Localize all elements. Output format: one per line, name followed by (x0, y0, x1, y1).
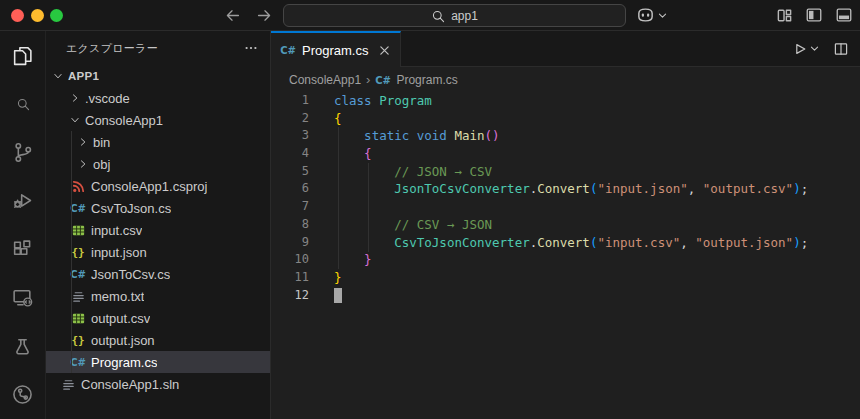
csharp-file-icon: C# (70, 266, 86, 282)
tree-item-jsontocsv-cs[interactable]: C#JsonToCsv.cs (46, 263, 270, 285)
go-back-button[interactable] (221, 4, 243, 26)
close-button[interactable] (11, 9, 24, 22)
title-bar: app1 (0, 0, 860, 31)
copilot-icon (636, 7, 655, 23)
tree-item-label: ConsoleApp1.sln (81, 377, 179, 392)
line-number: 4 (271, 145, 309, 163)
tree-item-label: CsvToJson.cs (91, 201, 171, 216)
indent-guide (368, 163, 369, 252)
token (334, 164, 394, 179)
text-cursor (334, 288, 342, 303)
line-content: JsonToCsvConverter.Convert("input.json",… (334, 180, 808, 198)
toggle-panel-button[interactable] (833, 4, 855, 26)
line-content: // JSON → CSV (334, 163, 492, 181)
tree-item-label: input.json (91, 245, 147, 260)
tree-item-output-json[interactable]: {}output.json (46, 329, 270, 351)
toggle-primary-sidebar-button[interactable] (803, 4, 825, 26)
tree-indent-guide (71, 131, 72, 373)
tree-item-label: APP1 (68, 70, 99, 82)
close-tab-icon[interactable] (378, 44, 391, 57)
svg-text:{}: {} (71, 334, 84, 347)
line-content: class Program (334, 92, 432, 110)
activity-item-source-control[interactable] (0, 128, 45, 177)
code-line-12: 12 (271, 287, 860, 305)
token: , (680, 235, 695, 250)
code-line-5: 5 // JSON → CSV (271, 163, 860, 181)
csharp-file-icon: C# (70, 354, 86, 370)
tree-item-memo-txt[interactable]: memo.txt (46, 285, 270, 307)
tab-program-cs[interactable]: C# Program.cs (271, 31, 401, 67)
token: "input.json" (597, 181, 687, 196)
tree-item-program-cs[interactable]: C#Program.cs (46, 351, 270, 373)
code-editor[interactable]: 1class Program2{3 static void Main()4 {5… (271, 92, 860, 419)
play-icon (792, 41, 808, 57)
code-line-6: 6 JsonToCsvConverter.Convert("input.json… (271, 180, 860, 198)
activity-item-explorer[interactable] (0, 31, 45, 80)
chevron-down-icon (67, 112, 83, 128)
tree-item-consoleapp1[interactable]: ConsoleApp1 (46, 109, 270, 131)
line-content: } (334, 269, 342, 287)
tree-item-app1[interactable]: APP1 (46, 65, 270, 87)
minimize-button[interactable] (31, 9, 44, 22)
activity-item-run-debug[interactable] (0, 177, 45, 226)
activity-bar (0, 31, 46, 419)
token (334, 217, 394, 232)
sidebar-header: エクスプローラー (46, 31, 270, 65)
token: "input.csv" (597, 235, 680, 250)
tree-item-input-json[interactable]: {}input.json (46, 241, 270, 263)
chevron-right-icon (75, 134, 91, 150)
go-forward-button[interactable] (253, 4, 275, 26)
token: Program (379, 93, 432, 108)
activity-item-search[interactable] (0, 80, 45, 129)
breadcrumb-item-program-cs[interactable]: C#Program.cs (375, 72, 457, 88)
split-editor-button[interactable] (830, 38, 852, 60)
search-icon (16, 97, 30, 111)
token: } (364, 252, 372, 267)
line-number: 11 (271, 269, 309, 287)
line-number: 1 (271, 92, 309, 110)
tree-item-output-csv[interactable]: output.csv (46, 307, 270, 329)
customize-layout-icon (776, 7, 793, 24)
code-line-1: 1class Program (271, 92, 860, 110)
activity-item-git-graph[interactable] (0, 371, 45, 419)
git-graph-icon (11, 383, 34, 406)
tree-item-input-csv[interactable]: input.csv (46, 219, 270, 241)
tree-item-label: .vscode (85, 91, 130, 106)
breadcrumb-item-consoleapp1[interactable]: ConsoleApp1 (289, 73, 361, 87)
more-actions-icon[interactable] (240, 37, 262, 59)
customize-layout-button[interactable] (773, 4, 795, 26)
arrow-left-icon (224, 7, 241, 24)
tree-item-label: input.csv (91, 223, 142, 238)
copilot-menu[interactable] (636, 0, 668, 30)
tree-item-label: JsonToCsv.cs (91, 267, 170, 282)
tree-item-csvtojson-cs[interactable]: C#CsvToJson.cs (46, 197, 270, 219)
activity-item-remote-explorer[interactable] (0, 274, 45, 323)
token: "output.csv" (703, 181, 793, 196)
line-number: 8 (271, 216, 309, 234)
chevron-right-icon (75, 156, 91, 172)
line-content: CsvToJsonConverter.Convert("input.csv", … (334, 234, 808, 252)
code-line-9: 9 CsvToJsonConverter.Convert("input.csv"… (271, 234, 860, 252)
tree-item-label: Program.cs (91, 355, 157, 370)
tree-item-label: obj (93, 157, 110, 172)
command-center-search[interactable]: app1 (283, 4, 626, 27)
activity-item-extensions[interactable] (0, 225, 45, 274)
csproj-file-icon (70, 178, 86, 194)
editor-group: C# Program.cs ConsoleApp1›C#Program.cs 1… (271, 31, 860, 419)
zoom-button[interactable] (50, 9, 63, 22)
line-number: 5 (271, 163, 309, 181)
token: , (688, 181, 703, 196)
svg-text:C#: C# (70, 203, 86, 214)
svg-text:C#: C# (376, 75, 392, 86)
tree-item-consoleapp1-sln[interactable]: ConsoleApp1.sln (46, 373, 270, 395)
tree-item-vscode[interactable]: .vscode (46, 87, 270, 109)
line-number: 10 (271, 251, 309, 269)
activity-item-testing[interactable] (0, 322, 45, 371)
tree-item-obj[interactable]: obj (46, 153, 270, 175)
tree-item-consoleapp1-csproj[interactable]: ConsoleApp1.csproj (46, 175, 270, 197)
line-number: 6 (271, 180, 309, 198)
csv-file-icon (70, 222, 86, 238)
tree-item-bin[interactable]: bin (46, 131, 270, 153)
run-button[interactable] (792, 41, 820, 57)
token: void (417, 128, 447, 143)
